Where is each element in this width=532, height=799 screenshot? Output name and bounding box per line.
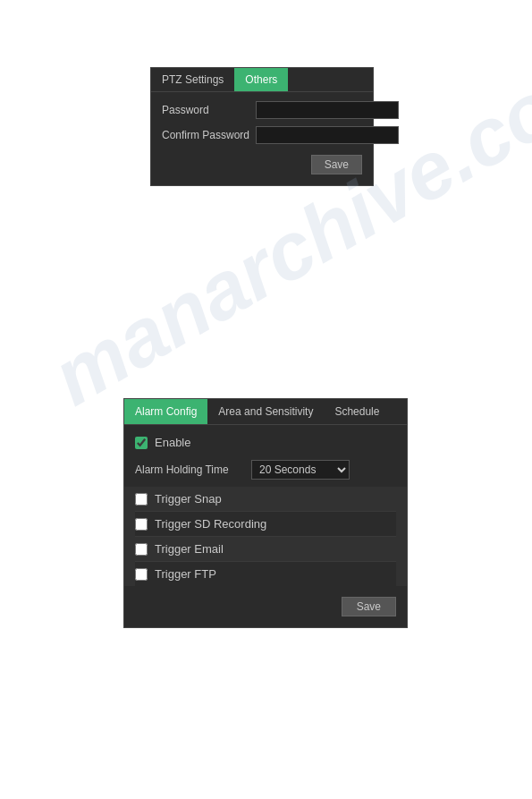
ptz-save-row: Save — [162, 151, 362, 176]
password-label: Password — [162, 104, 256, 116]
confirm-password-row: Confirm Password — [162, 126, 362, 144]
trigger-ftp-label: Trigger FTP — [155, 567, 216, 581]
alarm-tabs: Alarm Config Area and Sensitivity Schedu… — [124, 399, 407, 425]
enable-checkbox[interactable] — [135, 437, 148, 449]
confirm-password-input[interactable] — [256, 126, 399, 144]
alarm-body: Enable Alarm Holding Time 5 Seconds 10 S… — [124, 425, 407, 627]
list-item: Trigger Email — [135, 537, 396, 562]
ptz-tabs: PTZ Settings Others — [151, 68, 373, 92]
enable-label: Enable — [155, 436, 190, 449]
alarm-save-button[interactable]: Save — [342, 597, 396, 616]
list-item: Trigger SD Recording — [135, 512, 396, 537]
trigger-email-label: Trigger Email — [155, 542, 224, 556]
trigger-snap-label: Trigger Snap — [155, 492, 222, 506]
tab-schedule[interactable]: Schedule — [324, 399, 390, 424]
holding-time-row: Alarm Holding Time 5 Seconds 10 Seconds … — [135, 460, 396, 480]
trigger-email-checkbox[interactable] — [135, 543, 148, 556]
alarm-save-row: Save — [135, 590, 396, 620]
tab-others[interactable]: Others — [234, 68, 288, 91]
tab-area-sensitivity[interactable]: Area and Sensitivity — [207, 399, 324, 424]
trigger-section: Trigger Snap Trigger SD Recording Trigge… — [124, 487, 407, 586]
trigger-ftp-checkbox[interactable] — [135, 568, 148, 581]
ptz-form: Password Confirm Password Save — [151, 92, 373, 185]
list-item: Trigger FTP — [135, 562, 396, 586]
tab-ptz-settings[interactable]: PTZ Settings — [151, 68, 234, 91]
confirm-password-label: Confirm Password — [162, 129, 256, 141]
holding-time-label: Alarm Holding Time — [135, 463, 251, 476]
trigger-sd-label: Trigger SD Recording — [155, 517, 266, 531]
password-input[interactable] — [256, 101, 399, 119]
list-item: Trigger Snap — [135, 487, 396, 512]
holding-time-select[interactable]: 5 Seconds 10 Seconds 20 Seconds 30 Secon… — [251, 460, 350, 480]
trigger-snap-checkbox[interactable] — [135, 493, 148, 506]
tab-alarm-config[interactable]: Alarm Config — [124, 399, 207, 424]
alarm-config-panel: Alarm Config Area and Sensitivity Schedu… — [123, 398, 408, 628]
ptz-save-button[interactable]: Save — [311, 155, 362, 174]
ptz-settings-panel: PTZ Settings Others Password Confirm Pas… — [150, 67, 374, 186]
trigger-sd-checkbox[interactable] — [135, 518, 148, 531]
enable-row: Enable — [135, 432, 396, 453]
password-row: Password — [162, 101, 362, 119]
